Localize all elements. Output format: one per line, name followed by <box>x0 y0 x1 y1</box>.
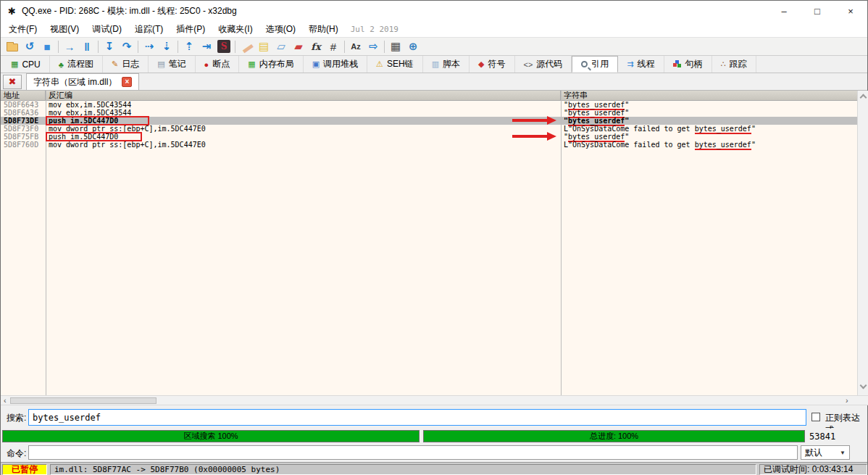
tab-cpu[interactable]: ▦CPU <box>2 56 50 73</box>
menu-plugins[interactable]: 插件(P) <box>170 23 212 36</box>
tab-graph[interactable]: ♣流程图 <box>50 56 103 73</box>
scylla-icon[interactable]: S <box>215 38 233 54</box>
tab-source[interactable]: <>源代码 <box>515 56 572 73</box>
trace-into-icon[interactable]: ⇢ <box>141 38 158 54</box>
vertical-scrollbar[interactable] <box>857 91 868 395</box>
run-icon[interactable]: → <box>61 38 78 54</box>
pause-icon[interactable]: ‖ <box>78 38 96 54</box>
address-cell: 5D8F73F0 <box>1 125 46 133</box>
tab-references[interactable]: 引用 <box>572 56 618 73</box>
menu-view[interactable]: 视图(V) <box>43 23 85 36</box>
patch-icon[interactable]: ▬ <box>238 38 255 54</box>
menu-favourites[interactable]: 收藏夹(I) <box>212 23 259 36</box>
close-button[interactable]: × <box>834 1 867 21</box>
string-cell: "bytes_userdef" <box>561 133 857 141</box>
tab-script[interactable]: ▥脚本 <box>423 56 470 73</box>
column-header-string[interactable]: 字符串 <box>561 91 857 100</box>
menu-bar: 文件(F) 视图(V) 调试(D) 追踪(T) 插件(P) 收藏夹(I) 选项(… <box>1 21 867 37</box>
hash-icon[interactable]: # <box>325 38 342 54</box>
close-all-references-button[interactable]: ✖ <box>3 75 22 89</box>
trace-over-icon[interactable]: ⇣ <box>158 38 175 54</box>
tab-label: 跟踪 <box>730 58 747 70</box>
horizontal-scrollbar[interactable]: ‹ › <box>1 395 868 405</box>
bookmarks-icon[interactable]: ▰ <box>290 38 307 54</box>
arrow-head <box>547 132 556 141</box>
profile-dropdown[interactable]: 默认 ▼ <box>801 445 850 460</box>
title-bar[interactable]: ✱ QQ.exe - PID: 268C - 模块: im.dll - 线程: … <box>1 1 867 21</box>
stack-layers-icon: ▣ <box>312 59 320 69</box>
table-row[interactable]: 5D8F760D mov dword ptr ss:[ebp+C],im.5DC… <box>1 141 857 149</box>
execute-till-return-icon[interactable]: ⇡ <box>180 38 198 54</box>
debug-time: 已调试时间: 0:03:43:14 <box>759 464 867 475</box>
profile-dropdown-value: 默认 <box>805 447 822 459</box>
column-header-address[interactable]: 地址 <box>1 91 46 100</box>
arrow-head <box>547 116 556 125</box>
paused-status-badge: 已暂停 <box>2 464 47 475</box>
menu-options[interactable]: 选项(O) <box>259 23 302 36</box>
command-label: 命令: <box>7 447 26 460</box>
pencil-icon: ✎ <box>112 59 118 69</box>
references-table: 地址 反汇编 字符串 5D8F6643 mov ebx,im.5DC43544 … <box>1 91 868 395</box>
scrollbar-thumb[interactable] <box>10 397 157 404</box>
table-row[interactable]: 5D8F6643 mov ebx,im.5DC43544 "bytes_user… <box>1 101 857 109</box>
command-input[interactable] <box>28 445 798 460</box>
search-input[interactable] <box>28 409 806 426</box>
maximize-button[interactable]: □ <box>801 1 834 21</box>
calculator-icon[interactable]: ▦ <box>387 38 404 54</box>
column-header-disassembly[interactable]: 反汇编 <box>46 91 561 100</box>
internet-globe-icon[interactable]: ⊕ <box>404 38 422 54</box>
annotation-arrow <box>512 132 557 141</box>
functions-icon[interactable]: fx <box>307 38 325 54</box>
comments-icon[interactable]: ▤ <box>255 38 272 54</box>
tab-memory-map[interactable]: ▦内存布局 <box>239 56 303 73</box>
step-into-icon[interactable]: ↧ <box>101 38 118 54</box>
tab-breakpoints[interactable]: ●断点 <box>196 56 240 73</box>
menu-debug[interactable]: 调试(D) <box>85 23 128 36</box>
notes-icon: ▤ <box>157 59 164 69</box>
module-device-icon[interactable]: ⇨ <box>364 38 382 54</box>
string-post: " <box>751 141 756 149</box>
string-cell: L"OnSysDataCome failed to get bytes_user… <box>561 125 857 133</box>
tab-notes[interactable]: ▤笔记 <box>149 56 195 73</box>
scroll-up-icon[interactable] <box>860 94 867 102</box>
stop-icon[interactable]: ■ <box>38 38 56 54</box>
menu-help[interactable]: 帮助(H) <box>302 23 345 36</box>
subtab-strings-region[interactable]: 字符串（区域 im.dll） × <box>26 73 139 90</box>
scroll-down-icon[interactable] <box>860 382 867 389</box>
progress-row: 区域搜索 100% 总进度: 100% 53841 <box>1 429 867 443</box>
tab-threads[interactable]: ⇉线程 <box>618 56 664 73</box>
toolbar-separator <box>384 41 385 53</box>
x32dbg-window: ✱ QQ.exe - PID: 268C - 模块: im.dll - 线程: … <box>0 0 868 475</box>
string-cell: L"OnSysDataCome failed to get bytes_user… <box>561 141 857 149</box>
scroll-left-icon[interactable]: ‹ <box>4 396 7 405</box>
breakpoint-dot-icon: ● <box>204 60 209 69</box>
string-post: " <box>625 109 629 117</box>
menu-trace[interactable]: 追踪(T) <box>128 23 170 36</box>
string-pre: L"OnSysDataCome failed to get <box>564 141 695 149</box>
subtab-close-icon[interactable]: × <box>122 77 132 87</box>
tab-log[interactable]: ✎日志 <box>103 56 149 73</box>
text-case-icon[interactable]: Az <box>347 38 364 54</box>
tab-label: 句柄 <box>685 58 703 70</box>
toolbar-separator <box>98 41 99 53</box>
menu-file[interactable]: 文件(F) <box>2 23 43 36</box>
labels-icon[interactable]: ▱ <box>272 38 290 54</box>
restart-icon[interactable]: ↺ <box>21 38 38 54</box>
bug-app-icon: ✱ <box>8 6 16 17</box>
column-divider <box>561 91 562 395</box>
folder-glyph <box>7 44 18 51</box>
script-icon: ▥ <box>432 59 439 69</box>
regex-checkbox[interactable] <box>811 413 820 421</box>
step-over-icon[interactable]: ↷ <box>118 38 135 54</box>
open-folder-icon[interactable] <box>4 38 21 54</box>
tab-handles[interactable]: 句柄 <box>664 56 712 73</box>
tab-symbols[interactable]: ◆符号 <box>470 56 514 73</box>
tab-call-stack[interactable]: ▣调用堆栈 <box>304 56 367 73</box>
run-to-user-code-icon[interactable]: ⇥ <box>198 38 215 54</box>
status-message: im.dll: 5D8F77AC -> 5D8F77B0 (0x00000005… <box>50 464 756 475</box>
minimize-button[interactable]: – <box>767 1 801 21</box>
subtab-label: 字符串（区域 im.dll） <box>33 76 117 88</box>
scroll-right-icon[interactable]: › <box>846 396 848 405</box>
tab-trace[interactable]: ∴跟踪 <box>712 56 756 73</box>
tab-seh[interactable]: ⚠SEH链 <box>367 56 423 73</box>
